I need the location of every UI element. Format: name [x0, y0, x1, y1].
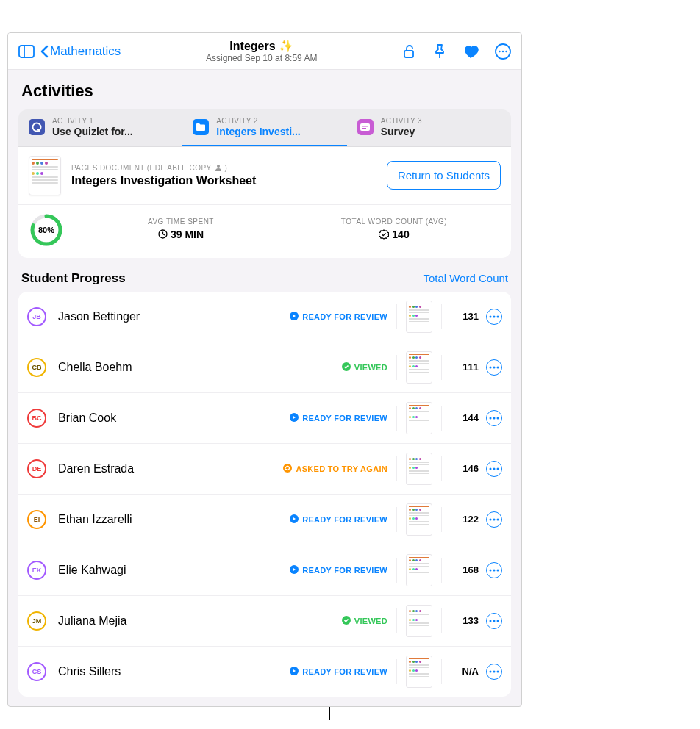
divider: [396, 558, 397, 583]
svg-point-23: [493, 366, 496, 368]
divider: [396, 355, 397, 380]
svg-point-28: [497, 417, 499, 419]
activity-tabs: ACTIVITY 1 Use Quizlet for... ACTIVITY 2…: [18, 109, 511, 147]
svg-point-18: [490, 315, 492, 317]
divider: [396, 304, 397, 329]
student-row[interactable]: EI Ethan Izzarelli READY FOR REVIEW 122: [18, 494, 511, 545]
quizlet-icon: [29, 119, 45, 135]
tab-eyebrow: ACTIVITY 2: [216, 117, 300, 126]
heart-icon[interactable]: [463, 44, 479, 59]
student-avatar: CB: [27, 358, 46, 377]
submission-status: VIEWED: [342, 362, 388, 373]
divider: [441, 355, 442, 380]
document-title: Integers Investigation Worksheet: [71, 174, 376, 187]
status-icon: [290, 312, 299, 322]
student-name: Chella Boehm: [58, 361, 342, 374]
student-avatar: DE: [27, 459, 46, 478]
student-row[interactable]: JB Jason Bettinger READY FOR REVIEW 131: [18, 292, 511, 342]
divider: [441, 659, 442, 684]
divider: [441, 608, 442, 633]
svg-point-22: [490, 366, 492, 368]
tab-activity-3[interactable]: ACTIVITY 3 Survey: [347, 109, 511, 146]
svg-point-7: [505, 50, 507, 51]
student-word-count: 122: [451, 514, 479, 525]
submission-status: READY FOR REVIEW: [290, 667, 388, 677]
submission-thumbnail[interactable]: [406, 402, 432, 434]
submission-status: READY FOR REVIEW: [290, 565, 388, 575]
row-more-button[interactable]: [486, 664, 502, 680]
student-name: Chris Sillers: [58, 665, 290, 678]
document-header: PAGES DOCUMENT (EDITABLE COPY ) Integers…: [18, 147, 511, 204]
avg-time-value: 39 MIN: [158, 229, 204, 240]
lock-icon[interactable]: [402, 44, 417, 59]
return-to-students-button[interactable]: Return to Students: [387, 161, 501, 190]
row-more-button[interactable]: [486, 410, 502, 426]
divider: [441, 456, 442, 481]
back-button[interactable]: Mathematics: [40, 44, 121, 59]
student-avatar: JM: [27, 611, 46, 631]
status-icon: [290, 514, 299, 525]
back-label: Mathematics: [50, 44, 121, 59]
row-more-button[interactable]: [486, 511, 502, 528]
stats-bar: 80% AVG TIME SPENT 39 MIN TOTAL WORD COU…: [18, 204, 511, 258]
submission-thumbnail[interactable]: [406, 554, 432, 586]
svg-rect-11: [362, 126, 368, 127]
status-icon: [342, 616, 351, 626]
status-icon: [342, 362, 351, 373]
submission-thumbnail[interactable]: [406, 301, 432, 333]
submission-thumbnail[interactable]: [406, 503, 432, 536]
student-row[interactable]: BC Brian Cook READY FOR REVIEW 144: [18, 392, 511, 443]
tab-activity-2[interactable]: ACTIVITY 2 Integers Investi...: [182, 109, 346, 146]
avg-time-label: AVG TIME SPENT: [74, 218, 288, 226]
svg-point-29: [283, 464, 292, 473]
document-thumbnail[interactable]: [29, 156, 61, 195]
submission-thumbnail[interactable]: [406, 605, 432, 637]
svg-point-39: [493, 569, 496, 571]
submission-thumbnail[interactable]: [406, 656, 432, 688]
divider: [441, 304, 442, 329]
student-name: Daren Estrada: [58, 462, 283, 475]
svg-point-13: [217, 165, 220, 168]
pin-icon[interactable]: [433, 44, 446, 59]
word-count-label: TOTAL WORD COUNT (AVG): [288, 218, 501, 226]
row-more-button[interactable]: [486, 461, 502, 477]
svg-point-24: [497, 366, 499, 368]
row-more-button[interactable]: [486, 562, 502, 578]
divider: [396, 456, 397, 481]
divider: [396, 507, 397, 532]
row-more-button[interactable]: [486, 359, 502, 376]
student-row[interactable]: CS Chris Sillers READY FOR REVIEW N/A: [18, 646, 511, 697]
student-word-count: N/A: [451, 666, 479, 677]
svg-point-47: [493, 670, 496, 672]
activities-card: ACTIVITY 1 Use Quizlet for... ACTIVITY 2…: [18, 109, 511, 258]
svg-point-46: [490, 670, 492, 672]
section-heading: Activities: [8, 70, 521, 105]
submission-thumbnail[interactable]: [406, 351, 432, 384]
survey-icon: [357, 119, 374, 135]
person-icon: [215, 164, 222, 171]
tab-title: Integers Investi...: [216, 126, 300, 137]
student-row[interactable]: JM Juliana Mejia VIEWED 133: [18, 595, 511, 646]
student-row[interactable]: DE Daren Estrada ASKED TO TRY AGAIN 146: [18, 443, 511, 494]
tab-eyebrow: ACTIVITY 3: [381, 117, 422, 126]
svg-point-48: [497, 670, 499, 672]
student-avatar: CS: [27, 662, 46, 681]
student-row[interactable]: CB Chella Boehm VIEWED 111: [18, 342, 511, 392]
submission-thumbnail[interactable]: [406, 453, 432, 485]
svg-point-31: [493, 467, 496, 470]
sort-filter-link[interactable]: Total Word Count: [423, 272, 508, 284]
student-name: Elie Kahwagi: [58, 564, 290, 577]
row-more-button[interactable]: [486, 309, 502, 325]
svg-point-26: [490, 417, 492, 419]
clock-icon: [158, 229, 168, 239]
student-avatar: EK: [27, 561, 46, 580]
student-name: Ethan Izzarelli: [58, 513, 290, 526]
sidebar-toggle-icon[interactable]: [18, 45, 35, 58]
more-icon[interactable]: [495, 43, 511, 60]
student-row[interactable]: EK Elie Kahwagi READY FOR REVIEW 168: [18, 545, 511, 595]
tab-activity-1[interactable]: ACTIVITY 1 Use Quizlet for...: [18, 109, 182, 146]
divider: [441, 507, 442, 532]
row-more-button[interactable]: [486, 613, 502, 629]
submission-status: READY FOR REVIEW: [290, 413, 388, 423]
student-progress-heading: Student Progress: [21, 271, 126, 286]
